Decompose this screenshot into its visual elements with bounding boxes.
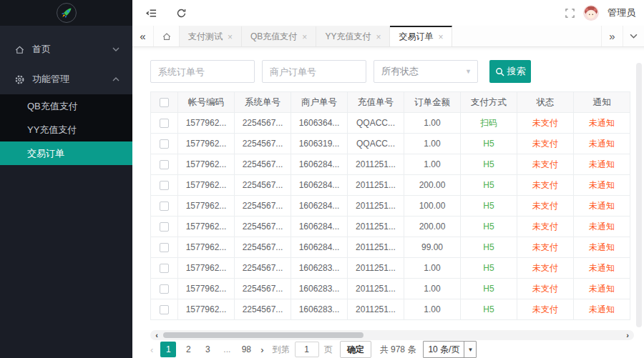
cell-recharge-no: 2011251... [348,258,404,279]
cell-merchant-no: 1606283... [291,299,348,320]
search-button[interactable]: 搜索 [489,60,531,83]
horizontal-scrollbar-thumb[interactable] [163,332,364,338]
confirm-button[interactable]: 确定 [340,341,371,358]
username[interactable]: 管理员 [608,6,635,19]
table-row: 1577962... 2254567... 1606284... 2011251… [151,154,630,175]
page-size-select[interactable]: 10 条/页 ▼ [423,341,477,358]
select-all-checkbox[interactable] [160,98,169,107]
cell-pay-method: H5 [461,258,517,279]
goto-page-input[interactable] [295,342,319,357]
cell-amount: 1.00 [404,258,461,279]
row-checkbox[interactable] [160,119,169,128]
cell-amount: 100.00 [404,196,461,217]
row-checkbox[interactable] [160,243,169,252]
row-checkbox[interactable] [160,305,169,314]
row-checkbox[interactable] [160,160,169,169]
cell-amount: 99.00 [404,237,461,258]
tab-QB充值支付[interactable]: QB充值支付× [242,26,316,46]
cell-system-no: 2254567... [235,237,291,258]
row-checkbox[interactable] [160,264,169,273]
sidebar-subitem-QB充值支付[interactable]: QB充值支付 [0,94,132,118]
cell-account: 1577962... [178,279,235,299]
cell-recharge-no: 2011251... [348,175,404,196]
page-button-1[interactable]: 1 [160,342,176,357]
cell-account: 1577962... [178,113,235,134]
tab-home[interactable] [154,26,180,46]
tab-operations-dropdown[interactable] [623,26,644,46]
cell-merchant-no: 1606364... [291,113,348,134]
cell-amount: 1.00 [404,299,461,320]
cell-status: 未支付 [517,279,574,299]
cell-pay-method: H5 [461,154,517,175]
cell-system-no: 2254567... [235,258,291,279]
scroll-tabs-left-button[interactable]: « [132,26,154,46]
cell-status: 未支付 [517,154,574,175]
page-unit-label: 页 [324,344,333,356]
scroll-tabs-right-button[interactable]: » [601,26,623,46]
cell-pay-method: H5 [461,217,517,237]
tab-YY充值支付[interactable]: YY充值支付× [316,26,390,46]
tab-交易订单[interactable]: 交易订单× [390,26,452,46]
sidebar-submenu: QB充值支付YY充值支付交易订单 [0,94,132,165]
cell-merchant-no: 1606284... [291,196,348,217]
merchant-order-input[interactable] [262,60,366,83]
tab-label: QB充值支付 [250,31,297,43]
cell-amount: 200.00 [404,217,461,237]
cell-account: 1577962... [178,154,235,175]
close-icon[interactable]: × [438,33,443,41]
sidebar-subitem-交易订单[interactable]: 交易订单 [0,141,132,165]
select-all-cell [151,92,178,113]
row-checkbox[interactable] [160,284,169,294]
row-checkbox[interactable] [160,222,169,232]
collapse-sidebar-icon[interactable] [145,8,157,19]
search-icon [495,67,504,76]
col-header-system-no: 系统单号 [235,92,291,113]
sidebar-subitem-YY充值支付[interactable]: YY充值支付 [0,118,132,141]
cell-account: 1577962... [178,175,235,196]
row-checkbox[interactable] [160,181,169,190]
prev-page-button[interactable]: ‹ [150,344,153,355]
cell-status: 未支付 [517,217,574,237]
cell-account: 1577962... [178,134,235,154]
row-checkbox[interactable] [160,202,169,211]
system-order-input[interactable] [150,60,255,83]
row-checkbox[interactable] [160,139,169,149]
cell-system-no: 2254567... [235,154,291,175]
cell-recharge-no: 2011251... [348,279,404,299]
cell-pay-method: H5 [461,237,517,258]
status-select[interactable]: 所有状态 ▼ [374,60,478,83]
cell-amount: 1.00 [404,113,461,134]
next-page-button[interactable]: › [260,344,263,355]
sidebar-item-home[interactable]: 首页 [0,34,132,64]
cell-notify: 未通知 [574,113,630,134]
table-row: 1577962... 2254567... 1606283... 2011251… [151,279,630,299]
cell-notify: 未通知 [574,217,630,237]
cell-recharge-no: 2011251... [348,217,404,237]
scroll-right-icon[interactable]: › [623,330,633,340]
close-icon[interactable]: × [376,33,381,41]
page-button-2[interactable]: 2 [181,342,195,357]
table-row: 1577962... 2254567... 1606283... 2011251… [151,299,630,320]
fullscreen-icon[interactable] [565,9,575,18]
close-icon[interactable]: × [228,33,233,41]
refresh-icon[interactable] [176,8,187,19]
home-icon [14,44,25,55]
close-icon[interactable]: × [302,33,307,41]
scroll-left-icon[interactable]: ‹ [152,330,162,340]
search-button-label: 搜索 [507,65,526,78]
horizontal-scrollbar[interactable]: ‹ › [150,330,634,340]
vertical-scrollbar-thumb[interactable] [636,63,642,327]
cell-account: 1577962... [178,258,235,279]
pagination-bar: ‹ 123...98 › 到第 页 确定 共 978 条 10 条/页 ▼ [150,342,477,357]
cell-pay-method: 扫码 [461,113,517,134]
page-button-3[interactable]: 3 [200,342,215,357]
sidebar-item-function-management[interactable]: 功能管理 [0,64,132,94]
tab-支付测试[interactable]: 支付测试× [180,26,242,46]
page-button-98[interactable]: 98 [239,342,253,357]
avatar[interactable] [583,5,599,21]
col-header-account: 帐号编码 [178,92,235,113]
cell-notify: 未通知 [574,134,630,154]
status-select-value: 所有状态 [381,65,419,78]
filter-bar: 所有状态 ▼ 搜索 [150,60,531,83]
rocket-logo-icon[interactable] [57,3,77,23]
